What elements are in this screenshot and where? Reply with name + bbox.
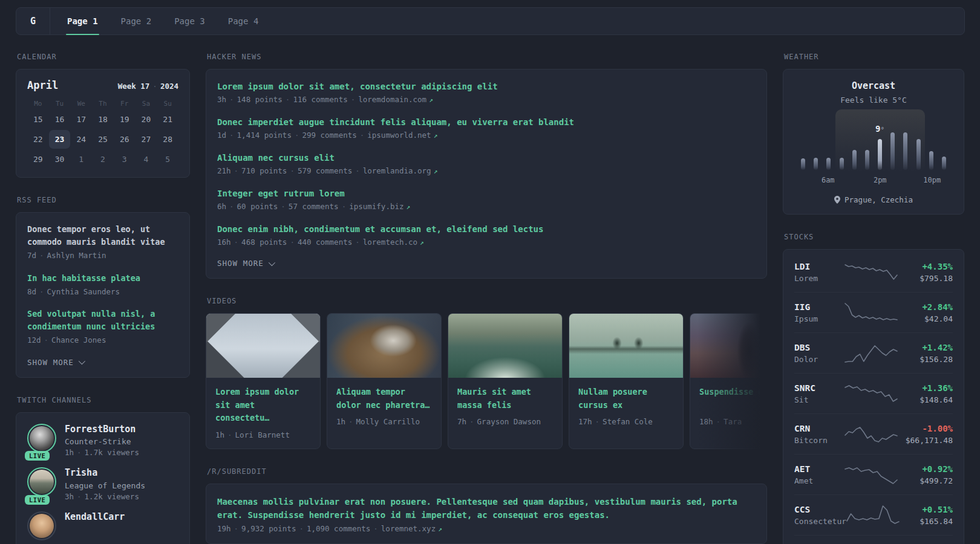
video-title[interactable]: Mauris sit amet massa felis (457, 386, 553, 412)
twitch-channel-name[interactable]: ForrestBurton (65, 424, 139, 436)
rss-item: Sed volutpat nulla nisl, a condimentum n… (27, 308, 178, 346)
stock-info: CCSConsectetur (794, 504, 846, 526)
hackernews-item-meta: 21h·710 points·579 comments·loremlandia.… (217, 166, 756, 175)
tab-page-2[interactable]: Page 2 (121, 8, 152, 34)
hackernews-item-title[interactable]: Integer eget rutrum lorem (217, 187, 756, 200)
rss-item-meta: 8d·Cynthia Saunders (27, 287, 178, 298)
video-age: 18h (699, 417, 713, 426)
rss-card: Donec tempor eros leo, ut commodo mauris… (16, 212, 190, 378)
stock-row[interactable]: LDILorem+4.35%$795.18 (794, 252, 953, 292)
stock-row[interactable]: SNRCSit+1.36%$148.64 (794, 373, 953, 413)
video-thumbnail-figure-in-dark-field[interactable] (690, 314, 767, 378)
left-column: CALENDAR April Week 17·2024 MoTuWeThFrSa… (16, 53, 190, 544)
stock-change-percent: +1.36% (898, 383, 953, 394)
dot-separator: · (44, 335, 49, 345)
calendar-day: 29 (27, 150, 49, 169)
top-nav-bar: G Page 1Page 2Page 3Page 4 (16, 7, 965, 35)
calendar-day: 20 (136, 110, 157, 129)
hackernews-item-title[interactable]: Aliquam nec cursus elit (217, 152, 756, 164)
twitch-channel-row[interactable]: LIVETrishaLeague of Legends3h·1.2k viewe… (27, 467, 178, 501)
tab-page-4[interactable]: Page 4 (228, 8, 259, 34)
rss-item-title[interactable]: Donec tempor eros leo, ut commodo mauris… (27, 223, 178, 248)
stock-row[interactable]: CRNBitcorn-1.00%$66,171.48 (794, 413, 953, 454)
weather-feels-like: Feels like 5°C (795, 96, 952, 105)
video-title[interactable]: Suspendisse diam (699, 386, 767, 412)
stock-values: +1.42%$156.28 (898, 342, 953, 364)
hackernews-item-title[interactable]: Lorem ipsum dolor sit amet, consectetur … (217, 80, 756, 93)
dot-separator: · (360, 131, 365, 140)
external-link-icon: ↗ (438, 525, 442, 533)
twitch-channel-info: ForrestBurtonCounter-Strike1h·1.7k viewe… (65, 424, 139, 458)
twitch-channel-info: TrishaLeague of Legends3h·1.2k viewers (65, 467, 145, 501)
hackernews-item-domain-link[interactable]: ipsumworld.net↗ (367, 131, 437, 140)
calendar-day: 24 (70, 130, 92, 149)
stock-row[interactable]: AETAmet+0.92%$499.72 (794, 454, 953, 494)
video-title[interactable]: Lorem ipsum dolor sit amet consectetu… (215, 386, 311, 425)
stock-info: LDILorem (794, 261, 844, 283)
calendar-day: 18 (92, 110, 114, 129)
hackernews-item-domain-link[interactable]: loremtech.co↗ (363, 238, 424, 247)
weekday-label: We (70, 100, 92, 108)
calendar-day-selected: 23 (49, 130, 71, 149)
stocks-card: LDILorem+4.35%$795.18IIGIpsum+2.84%$42.0… (783, 249, 964, 544)
stock-ticker: CCS (794, 504, 846, 516)
stock-row[interactable]: DBSDolor+1.42%$156.28 (794, 332, 953, 373)
stock-row[interactable]: AHS+0.46% (794, 535, 953, 544)
hackernews-item-title[interactable]: Donec enim nibh, condimentum et accumsan… (217, 223, 756, 236)
hackernews-item-domain-link[interactable]: loremdomain.com↗ (358, 95, 433, 104)
video-title[interactable]: Nullam posuere cursus ex (578, 386, 674, 412)
tab-page-1[interactable]: Page 1 (67, 8, 98, 34)
subreddit-item-points: 9,932 points (241, 524, 296, 533)
stock-change-percent: +0.51% (900, 504, 953, 516)
stock-name: Amet (794, 476, 844, 485)
twitch-channel-row[interactable]: LIVEForrestBurtonCounter-Strike1h·1.7k v… (27, 424, 178, 458)
twitch-channel-name[interactable]: KendallCarr (65, 511, 125, 523)
weather-bar-slot (848, 131, 861, 170)
video-thumbnail-hands-holding-camera[interactable] (327, 314, 441, 378)
video-thumbnail-concrete-towers-sky-cross[interactable] (206, 314, 320, 378)
video-card-body: Mauris sit amet massa felis7h·Grayson Da… (448, 378, 562, 435)
show-more-button[interactable]: SHOW MORE (27, 358, 178, 367)
stock-row[interactable]: IIGIpsum+2.84%$42.04 (794, 292, 953, 332)
weather-bar-slot (938, 131, 950, 170)
stock-ticker: AET (794, 464, 844, 476)
subreddit-item-domain-link[interactable]: loremnet.xyz↗ (381, 524, 442, 533)
hackernews-item-title[interactable]: Donec imperdiet augue tincidunt felis al… (217, 116, 756, 129)
show-more-button[interactable]: SHOW MORE (217, 259, 756, 268)
weather-location: Prague, Czechia (795, 195, 952, 204)
weekday-label: Fr (114, 100, 136, 108)
rss-item-title[interactable]: In hac habitasse platea (27, 272, 178, 285)
video-title[interactable]: Aliquam tempor dolor nec pharetra… (336, 386, 432, 412)
rss-item-title[interactable]: Sed volutpat nulla nisl, a condimentum n… (27, 308, 178, 333)
dot-separator: · (299, 524, 304, 533)
hackernews-item-domain-link[interactable]: ipsumify.biz↗ (349, 202, 410, 211)
middle-column: HACKER NEWS Lorem ipsum dolor sit amet, … (206, 53, 767, 544)
stock-row[interactable]: CCSConsectetur+0.51%$165.84 (794, 494, 953, 535)
video-meta: 17h·Stefan Cole (578, 417, 674, 426)
rss-item-author: Ashlyn Martin (47, 251, 106, 260)
calendar-day: 4 (136, 150, 157, 169)
app-logo[interactable]: G (16, 8, 50, 34)
stock-sparkline (844, 260, 898, 284)
calendar-day: 17 (70, 110, 92, 129)
calendar-days-grid: 1516171819202122232425262728293012345 (27, 110, 178, 169)
rss-item-meta: 12d·Chance Jones (27, 335, 178, 346)
video-thumbnail-boat-wake-sea-skyline[interactable] (448, 314, 562, 378)
weather-time-labels: 6am2pm10pm (795, 176, 952, 186)
hackernews-item-domain-link[interactable]: loremlandia.org↗ (363, 166, 438, 175)
subreddit-item-title[interactable]: Maecenas mollis pulvinar erat non posuer… (217, 495, 756, 522)
stock-change-percent: +4.35% (898, 261, 953, 273)
video-thumbnail-canoe-on-foggy-lake[interactable] (569, 314, 683, 378)
hackernews-item: Donec imperdiet augue tincidunt felis al… (217, 116, 756, 140)
hackernews-item-meta: 16h·468 points·440 comments·loremtech.co… (217, 238, 756, 247)
video-card: Lorem ipsum dolor sit amet consectetu…1h… (206, 313, 321, 449)
video-card-body: Aliquam tempor dolor nec pharetra…1h·Mol… (327, 378, 441, 435)
stocks-widget: STOCKS LDILorem+4.35%$795.18IIGIpsum+2.8… (783, 233, 964, 544)
video-card-body: Lorem ipsum dolor sit amet consectetu…1h… (206, 378, 320, 448)
twitch-channel-name[interactable]: Trisha (65, 467, 145, 479)
twitch-channel-row[interactable]: KendallCarr (27, 511, 178, 540)
video-author: Tara (724, 417, 742, 426)
external-link-icon: ↗ (420, 239, 424, 247)
hackernews-item-meta: 3h·148 points·116 comments·loremdomain.c… (217, 95, 756, 104)
tab-page-3[interactable]: Page 3 (174, 8, 205, 34)
